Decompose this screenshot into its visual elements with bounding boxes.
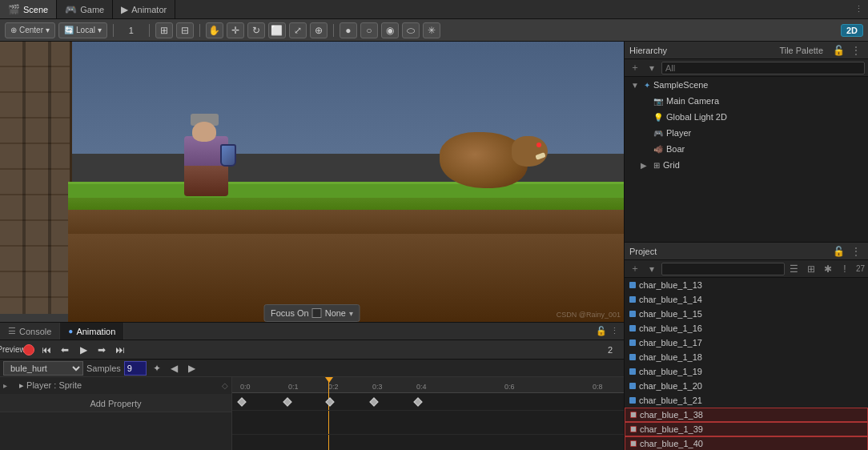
project-search[interactable] (661, 263, 785, 275)
project-options2[interactable]: ✱ (821, 262, 835, 276)
focus-none-checkbox[interactable] (312, 308, 322, 318)
ellipse-tool[interactable]: ⬭ (402, 22, 420, 38)
proj-label-14: char_blue_1_14 (639, 295, 702, 304)
center-icon: ⊕ (10, 26, 17, 34)
bottom-tabs: ☰ Console ● Animation 🔓 ⋮ (0, 323, 624, 340)
scene-canvas[interactable]: Focus On None ▾ CSDN @Rainy_001 (0, 42, 624, 322)
anim-record-btn[interactable] (22, 343, 36, 357)
local-dropdown-icon: ▾ (98, 26, 102, 34)
grid-icon-btn[interactable]: ⊞ (155, 22, 173, 38)
keyframe-1[interactable] (283, 397, 291, 406)
local-label: Local (76, 26, 95, 34)
player-character (184, 136, 228, 196)
proj-item-18[interactable]: char_blue_1_18 (625, 350, 868, 364)
move-tool[interactable]: ✛ (227, 22, 244, 38)
project-lock[interactable]: 🔓 (831, 244, 846, 259)
anim-next-frame[interactable]: ➡ (94, 343, 110, 357)
track-sprite-row[interactable] (232, 393, 624, 411)
hier-item-grid[interactable]: ▶ ⊞ Grid (625, 157, 868, 173)
hierarchy-add-dropdown[interactable]: ▾ (645, 61, 659, 75)
proj-label-40: char_blue_1_40 (640, 439, 703, 448)
anim-prev-keyframe[interactable]: ◀ (167, 361, 182, 376)
proj-item-39[interactable]: char_blue_1_39 (625, 422, 868, 436)
proj-item-19[interactable]: char_blue_1_19 (625, 364, 868, 379)
local-button[interactable]: 🔄 Local ▾ (58, 22, 107, 38)
keyframe-4[interactable] (413, 397, 422, 406)
proj-item-15[interactable]: char_blue_1_15 (625, 307, 868, 321)
hier-item-camera[interactable]: 📷 Main Camera (625, 93, 868, 109)
add-property-button[interactable]: Add Property (0, 395, 231, 412)
clip-select[interactable]: bule_hurt (3, 361, 83, 376)
proj-item-20[interactable]: char_blue_1_20 (625, 379, 868, 393)
scale-tool[interactable]: ⤢ (289, 22, 307, 38)
anim-preview-toggle[interactable]: Preview (3, 343, 19, 357)
rect-tool[interactable]: ⬜ (268, 22, 286, 38)
proj-label-13: char_blue_1_13 (639, 280, 702, 290)
track-sprite[interactable]: ▸ ▸ Player : Sprite ◇ (0, 377, 231, 395)
project-view-toggle[interactable]: ☰ (787, 262, 802, 276)
track-sprite-label: ▸ Player : Sprite (13, 380, 222, 391)
rotate-tool[interactable]: ↻ (247, 22, 265, 38)
hand-tool[interactable]: ✋ (206, 22, 223, 38)
hier-item-samplescene[interactable]: ▼ ✦ SampleScene (625, 77, 868, 93)
project-options3[interactable]: ! (838, 262, 852, 276)
player-shield (220, 144, 236, 167)
top-tabs-menu[interactable]: ⋮ (854, 4, 868, 14)
snap-btn[interactable]: ⊟ (176, 22, 194, 38)
tab-scene[interactable]: 🎬 Scene (0, 0, 57, 18)
toolbar-sep-3 (199, 24, 200, 37)
anim-add-keyframe[interactable]: ✦ (150, 361, 164, 376)
anim-goto-end[interactable]: ⏭ (112, 343, 128, 357)
2d-badge[interactable]: 2D (841, 24, 863, 37)
hierarchy-add[interactable]: ＋ (628, 61, 642, 75)
samples-input[interactable] (124, 361, 147, 376)
transform-tool[interactable]: ⊕ (310, 22, 328, 38)
timeline-right[interactable]: 0:0 0:1 0:2 0:3 0:4 0:6 0:8 1:0 (232, 377, 624, 450)
proj-dot-15 (629, 311, 636, 317)
hier-item-player[interactable]: 🎮 Player (625, 125, 868, 141)
keyframe-0[interactable] (237, 397, 246, 406)
focus-dropdown-icon[interactable]: ▾ (349, 309, 353, 318)
proj-item-38[interactable]: char_blue_1_38 (625, 408, 868, 422)
tab-game[interactable]: 🎮 Game (57, 0, 113, 18)
fill-tool[interactable]: ◉ (381, 22, 399, 38)
dot-tool[interactable]: ● (340, 22, 357, 38)
hier-item-globallight[interactable]: 💡 Global Light 2D (625, 109, 868, 125)
proj-item-40[interactable]: char_blue_1_40 (625, 436, 868, 450)
proj-item-17[interactable]: char_blue_1_17 (625, 335, 868, 350)
tile-palette-tab[interactable]: Tile Palette (774, 46, 828, 55)
hier-item-boar[interactable]: 🐗 Boar (625, 141, 868, 157)
anim-play[interactable]: ▶ (75, 343, 91, 357)
bottom-panel-lock[interactable]: 🔓 (596, 326, 607, 336)
project-add-dropdown[interactable]: ▾ (645, 262, 659, 276)
anim-next-keyframe[interactable]: ▶ (185, 361, 199, 376)
hierarchy-lock[interactable]: 🔓 (831, 43, 846, 58)
anim-prev-frame[interactable]: ⬅ (57, 343, 73, 357)
proj-label-21: char_blue_1_21 (639, 396, 702, 405)
grid-icon: ⊞ (653, 161, 660, 170)
project-menu[interactable]: ⋮ (849, 244, 863, 259)
bottom-panel-menu[interactable]: ⋮ (610, 326, 619, 336)
hierarchy-menu[interactable]: ⋮ (849, 43, 863, 58)
anim-goto-start[interactable]: ⏮ (38, 343, 54, 357)
circle-tool[interactable]: ○ (360, 22, 378, 38)
center-button[interactable]: ⊕ Center ▾ (5, 22, 55, 38)
proj-item-13[interactable]: char_blue_1_13 (625, 278, 868, 292)
cursor-tool[interactable]: ✳ (423, 22, 440, 38)
hierarchy-search[interactable] (661, 62, 865, 74)
keyframe-3[interactable] (369, 397, 378, 406)
track-empty-row (232, 411, 624, 435)
project-options1[interactable]: ⊞ (804, 262, 818, 276)
track-expand: ▸ (3, 381, 13, 390)
keyframe-2[interactable] (325, 397, 334, 406)
proj-item-21[interactable]: char_blue_1_21 (625, 393, 868, 408)
tab-animator[interactable]: ▶ Animator (113, 0, 175, 18)
track-diamond: ◇ (222, 381, 228, 390)
tab-animation[interactable]: ● Animation (60, 323, 124, 340)
proj-item-14[interactable]: char_blue_1_14 (625, 292, 868, 307)
scene-icon: ✦ (644, 81, 650, 90)
project-add[interactable]: ＋ (628, 262, 642, 276)
tab-console[interactable]: ☰ Console (0, 323, 60, 340)
proj-item-16[interactable]: char_blue_1_16 (625, 321, 868, 335)
proj-dot-19 (629, 368, 636, 375)
